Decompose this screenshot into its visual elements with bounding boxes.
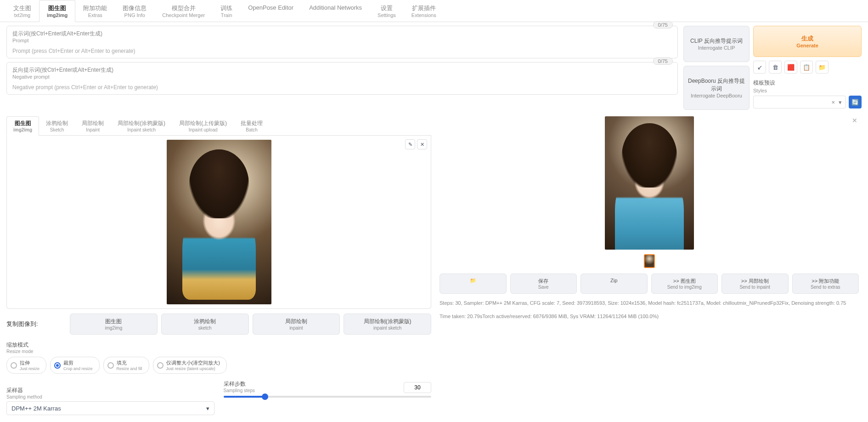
copy-to-inpaint-sketch[interactable]: 局部绘制(涂鸦蒙版)inpaint sketch	[344, 314, 431, 335]
copy-to-sketch[interactable]: 涂鸦绘制sketch	[161, 314, 249, 335]
sampling-steps-slider[interactable]	[224, 396, 432, 398]
tab-pnginfo[interactable]: 图像信息PNG Info	[115, 0, 154, 22]
resize-fill[interactable]: 填充Resize and fill	[103, 357, 149, 374]
img2img-sub-tabs: 图生图img2img 涂鸦绘制Sketch 局部绘制Inpaint 局部绘制(涂…	[6, 116, 431, 136]
resize-mode-radios: 拉伸Just resize 裁剪Crop and resize 填充Resize…	[6, 357, 431, 374]
tab-settings[interactable]: 设置Settings	[370, 0, 404, 22]
resize-latent[interactable]: 仅调整大小(潜空间放大)Just resize (latent upscale)	[153, 357, 227, 374]
copy-to-label: 复制图像到:	[6, 320, 66, 328]
styles-select[interactable]: ×▾	[753, 96, 846, 108]
input-image-area[interactable]	[11, 139, 427, 305]
interrogate-deepbooru-button[interactable]: DeepBooru 反向推导提示词Interrogate DeepBooru	[683, 66, 750, 110]
sampler-select[interactable]: DPM++ 2M Karras▾	[6, 401, 214, 415]
output-thumbnail[interactable]	[644, 254, 655, 268]
tab-train[interactable]: 训练Train	[213, 0, 240, 22]
save-button[interactable]: 保存Save	[510, 274, 577, 294]
output-image	[605, 116, 694, 250]
open-folder-button[interactable]: 📁	[440, 274, 507, 294]
send-to-extras-button[interactable]: >> 附加功能Send to extras	[792, 274, 859, 294]
clipboard-icon[interactable]: 📋	[800, 61, 813, 74]
subtab-inpaint[interactable]: 局部绘制Inpaint	[75, 116, 111, 136]
copy-to-img2img[interactable]: 图生图img2img	[70, 314, 158, 335]
resize-crop[interactable]: 裁剪Crop and resize	[50, 357, 100, 374]
negative-prompt-input[interactable]: 0/75 反向提示词(按Ctrl+Enter或Alt+Enter生成) Nega…	[6, 62, 678, 95]
interrogate-clip-button[interactable]: CLIP 反向推导提示词Interrogate CLIP	[683, 26, 750, 62]
chevron-down-icon: ▾	[206, 405, 209, 412]
close-output-icon[interactable]: ✕	[851, 116, 859, 125]
generation-info: Steps: 30, Sampler: DPM++ 2M Karras, CFG…	[440, 299, 859, 307]
tab-txt2img[interactable]: 文生图txt2img	[6, 0, 39, 22]
subtab-sketch[interactable]: 涂鸦绘制Sketch	[39, 116, 75, 136]
zip-button[interactable]: Zip	[581, 274, 648, 294]
refresh-styles-button[interactable]: 🔄	[849, 96, 862, 108]
open-folder-icon[interactable]: 📁	[816, 61, 829, 74]
send-to-img2img-button[interactable]: >> 图生图Send to img2img	[651, 274, 718, 294]
clear-icon[interactable]: 🗑	[769, 61, 782, 74]
resize-just-resize[interactable]: 拉伸Just resize	[6, 357, 46, 374]
generate-button[interactable]: 生成Generate	[753, 26, 862, 57]
tab-openpose[interactable]: OpenPose Editor	[240, 0, 301, 22]
tab-extras[interactable]: 附加功能Extras	[75, 0, 115, 22]
performance-info: Time taken: 20.79sTorch active/reserved:…	[440, 313, 859, 320]
subtab-img2img[interactable]: 图生图img2img	[6, 116, 39, 136]
paste-icon[interactable]: ↙	[753, 61, 766, 74]
neg-token-count: 0/75	[653, 57, 673, 65]
output-gallery[interactable]	[440, 116, 859, 250]
subtab-batch[interactable]: 批量处理Batch	[234, 116, 270, 136]
tab-ckpt-merger[interactable]: 模型合并Checkpoint Merger	[154, 0, 213, 22]
prompt-token-count: 0/75	[653, 21, 673, 29]
subtab-inpaint-sketch[interactable]: 局部绘制(涂鸦蒙版)Inpaint sketch	[111, 116, 172, 136]
tab-extensions[interactable]: 扩展插件Extensions	[404, 0, 444, 22]
prompt-input[interactable]: 0/75 提示词(按Ctrl+Enter或Alt+Enter生成) Prompt…	[6, 26, 678, 58]
resize-mode-label: 缩放模式Resize mode	[6, 341, 431, 354]
sampling-steps-input[interactable]	[404, 382, 431, 393]
send-to-inpaint-button[interactable]: >> 局部绘制Send to inpaint	[721, 274, 789, 294]
input-image	[167, 140, 271, 304]
tab-img2img[interactable]: 图生图img2img	[39, 0, 75, 22]
extra-networks-icon[interactable]: 🟥	[784, 61, 797, 74]
tab-addnets[interactable]: Additional Networks	[301, 0, 370, 22]
main-tabs: 文生图txt2img 图生图img2img 附加功能Extras 图像信息PNG…	[0, 0, 868, 22]
subtab-inpaint-upload[interactable]: 局部绘制(上传蒙版)Inpaint upload	[172, 116, 234, 136]
copy-to-inpaint[interactable]: 局部绘制inpaint	[253, 314, 340, 335]
